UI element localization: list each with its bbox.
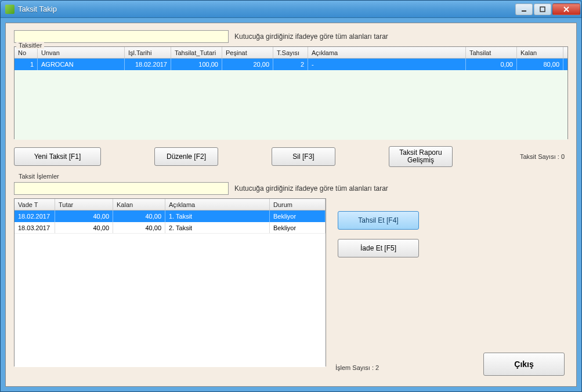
cell: Bekliyor (270, 210, 326, 222)
cell: 2. Taksit (165, 222, 270, 233)
cell: - (308, 59, 466, 70)
taksit-count-label: Taksit Sayısı : 0 (520, 153, 565, 160)
taksit-button-row: Yeni Taksit [F1] Düzenle [F2] Sil [F3] T… (14, 146, 568, 167)
delete-taksit-button[interactable]: Sil [F3] (272, 147, 335, 166)
minimize-button[interactable] (515, 3, 533, 15)
grid-taksitler[interactable]: No Unvan Işl.Tarihi Tahsilat_Tutari Peşi… (14, 46, 568, 139)
table-row[interactable]: 1AGROCAN18.02.2017100,0020,002-0,0080,00 (15, 59, 567, 70)
svg-rect-0 (522, 10, 526, 12)
report-button[interactable]: Taksit Raporu Gelişmiş (389, 146, 453, 167)
group-taksitler: Taksitler No Unvan Işl.Tarihi Tahsilat_T… (14, 46, 568, 139)
titlebar[interactable]: Taksit Takip (1, 1, 581, 18)
col-kalan[interactable]: Kalan (517, 47, 563, 58)
col2-aciklama[interactable]: Açıklama (165, 199, 270, 210)
col2-tutar[interactable]: Tutar (55, 199, 113, 210)
grid-islemler[interactable]: Vade T Tutar Kalan Açıklama Durum 18.02.… (14, 198, 326, 366)
search-row-top: Kutucuğa girdiğiniz ifadeye göre tüm ala… (14, 30, 568, 43)
cell: 1. Taksit (165, 210, 270, 222)
edit-taksit-button[interactable]: Düzenle [F2] (154, 147, 218, 166)
cell: 40,00 (113, 222, 165, 233)
new-taksit-button[interactable]: Yeni Taksit [F1] (14, 147, 101, 166)
col2-vade[interactable]: Vade T (15, 199, 55, 210)
exit-button[interactable]: Çıkış (483, 353, 565, 376)
grid-islemler-header: Vade T Tutar Kalan Açıklama Durum (15, 199, 326, 210)
cell: Bekliyor (270, 222, 326, 233)
window-title: Taksit Takip (18, 5, 515, 13)
islem-count-label: İşlem Sayısı : 2 (335, 364, 379, 371)
maximize-button[interactable] (534, 3, 551, 15)
col-unvan[interactable]: Unvan (38, 47, 125, 58)
search-hint-top: Kutucuğa girdiğiniz ifadeye göre tüm ala… (234, 32, 388, 41)
cell: 18.03.2017 (15, 222, 55, 233)
col-pesinat[interactable]: Peşinat (222, 47, 273, 58)
group-taksitler-label: Taksitler (16, 42, 44, 49)
cell: 18.02.2017 (125, 59, 171, 70)
grid-taksitler-body: 1AGROCAN18.02.2017100,0020,002-0,0080,00 (15, 59, 567, 140)
tahsil-et-button[interactable]: Tahsil Et [F4] (338, 211, 419, 230)
window-controls (515, 3, 580, 15)
cell: AGROCAN (38, 59, 125, 70)
cell: 40,00 (55, 222, 113, 233)
col-tahsilat[interactable]: Tahsilat (466, 47, 517, 58)
app-window: Taksit Takip Kutucuğa girdiğiniz ifadeye… (0, 0, 582, 392)
svg-rect-1 (540, 7, 545, 12)
cell: 40,00 (55, 210, 113, 222)
col-tahsilat-tutari[interactable]: Tahsilat_Tutari (171, 47, 222, 58)
cell: 2 (273, 59, 308, 70)
col-aciklama[interactable]: Açıklama (308, 47, 466, 58)
search-hint-bottom: Kutucuğa girdiğiniz ifadeye göre tüm ala… (234, 184, 388, 193)
cell: 20,00 (222, 59, 273, 70)
table-row[interactable]: 18.02.201740,0040,001. TaksitBekliyor (15, 210, 326, 222)
grid-islemler-body: 18.02.201740,0040,001. TaksitBekliyor18.… (15, 210, 326, 367)
form-panel: Kutucuğa girdiğiniz ifadeye göre tüm ala… (5, 23, 577, 387)
table-row[interactable]: 18.03.201740,0040,002. TaksitBekliyor (15, 222, 326, 234)
col-tarih[interactable]: Işl.Tarihi (125, 47, 171, 58)
search-input-top[interactable] (14, 30, 229, 43)
cell: 0,00 (466, 59, 517, 70)
col2-kalan[interactable]: Kalan (113, 199, 165, 210)
grid-taksitler-header: No Unvan Işl.Tarihi Tahsilat_Tutari Peşi… (15, 47, 567, 59)
app-icon (5, 5, 15, 14)
group-islemler-label: Taksit İşlemler (16, 173, 62, 180)
cell: 80,00 (517, 59, 563, 70)
report-button-line2: Gelişmiş (407, 157, 434, 164)
search-row-bottom: Kutucuğa girdiğiniz ifadeye göre tüm ala… (14, 182, 568, 195)
client-area: Kutucuğa girdiğiniz ifadeye göre tüm ala… (1, 18, 581, 391)
col-tsayisi[interactable]: T.Sayısı (273, 47, 308, 58)
grid2-wrap: Vade T Tutar Kalan Açıklama Durum 18.02.… (14, 198, 568, 366)
cell: 40,00 (113, 210, 165, 222)
cell: 1 (15, 59, 38, 70)
search-input-bottom[interactable] (14, 182, 229, 195)
islem-side-buttons: Tahsil Et [F4] İade Et [F5] (338, 198, 419, 366)
cell: 18.02.2017 (15, 210, 55, 222)
col2-durum[interactable]: Durum (270, 199, 326, 210)
close-button[interactable] (552, 3, 580, 15)
iade-et-button[interactable]: İade Et [F5] (338, 239, 419, 257)
cell: 100,00 (171, 59, 222, 70)
group-islemler: Taksit İşlemler Kutucuğa girdiğiniz ifad… (14, 177, 568, 366)
